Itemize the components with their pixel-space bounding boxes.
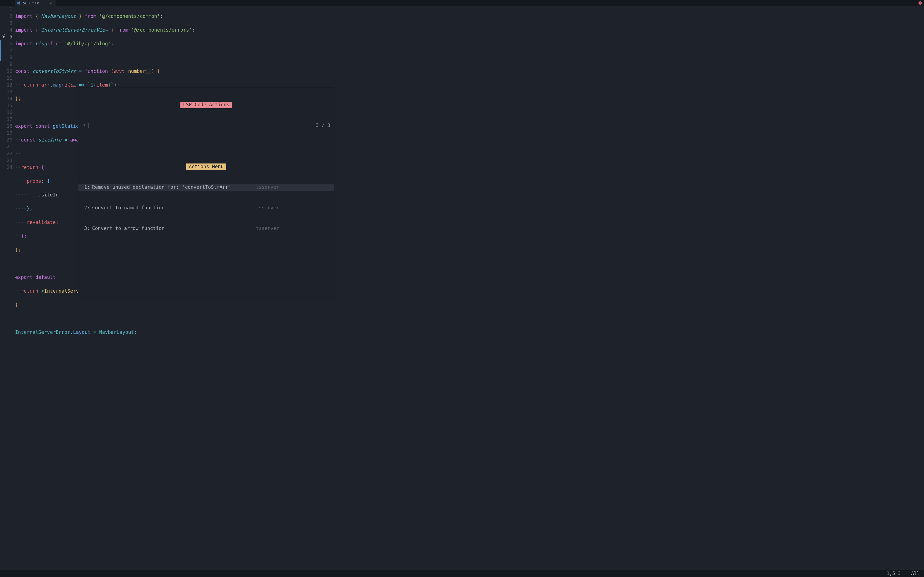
line-number: 22 [0,150,12,157]
action-number: 1: [78,184,92,191]
code-line: const·convertToStrArr·=·function·(arr:·n… [15,68,924,75]
line-number: 13 [0,89,12,95]
action-source: tsserver [256,205,334,211]
tab-index: 1 [0,0,15,6]
line-number: 24 [0,164,12,171]
line-number: 14 [0,95,12,102]
code-area[interactable]: import·{·NavbarLayout·}·from·'@/componen… [15,6,924,570]
line-number: 3 [0,20,12,27]
tab-bar-right [919,2,922,5]
code-line: InternalServerError.Layout·=·NavbarLayou… [15,329,924,336]
line-number: 7 [0,47,12,54]
tab-index-number: 1 [12,0,13,6]
action-label: Remove unused declaration for: 'convertT… [92,184,231,191]
cursor-position: 1,5-3 [887,570,901,577]
lsp-code-actions-popup: LSP Code Actions 3 / 3 Actions Menu 1: R… [78,88,334,301]
scroll-position: All [911,570,919,577]
gutter: 1 2 3 4 5 6 7 8 9 10 11 12 13 14 15 16 1… [0,6,15,570]
lightbulb-icon[interactable] [2,34,6,38]
line-number: 17 [0,116,12,123]
line-number: 23 [0,157,12,164]
line-number: 8 [0,54,12,61]
status-bar: 1,5-3 All [0,570,924,577]
line-number: 4 [0,27,12,34]
action-source: tsserver [256,225,334,232]
tab-active[interactable]: 500.tsx ✕ [15,0,55,6]
code-line: import·{·NavbarLayout·}·from·'@/componen… [15,13,924,20]
line-number: 16 [0,109,12,116]
app: 1 500.tsx ✕ 1 2 3 4 5 [0,0,924,577]
popup-counter: 3 / 3 [316,122,330,129]
action-number: 2: [78,205,92,211]
popup-menu-title: Actions Menu [186,163,226,170]
line-number: 2 [0,13,12,20]
popup-divider [78,143,334,150]
editor[interactable]: 1 2 3 4 5 6 7 8 9 10 11 12 13 14 15 16 1… [0,6,924,570]
line-number: 15 [0,102,12,109]
code-action-item[interactable]: 3: Convert to arrow function tsserver [78,225,334,232]
code-line: } [15,301,924,308]
line-number: 19 [0,130,12,137]
action-label: Convert to arrow function [92,225,165,232]
code-action-item[interactable]: 2: Convert to named function tsserver [78,205,334,211]
tab-filename: 500.tsx [23,0,39,6]
error-indicator-icon[interactable] [919,2,922,5]
popup-title-row: LSP Code Actions [78,102,334,108]
line-number: 20 [0,137,12,143]
action-label: Convert to named function [92,205,165,211]
react-icon [17,1,21,5]
line-number: 21 [0,143,12,150]
svg-point-0 [18,3,19,3]
tab-bar: 1 500.tsx ✕ [0,0,924,6]
popup-spacer [78,246,334,287]
search-cursor [89,123,89,128]
line-number: 11 [0,75,12,82]
action-source: tsserver [256,184,334,191]
code-action-item[interactable]: 1: Remove unused declaration for: 'conve… [78,184,334,191]
close-icon[interactable]: ✕ [50,0,52,6]
popup-search[interactable]: 3 / 3 [78,122,334,129]
code-line [15,315,924,322]
line-number: 18 [0,123,12,130]
line-number: 6 [0,40,12,47]
line-number: 1 [0,6,12,13]
line-number: 12 [0,82,12,89]
popup-menu-title-row: Actions Menu [78,163,334,170]
code-line: import·blog·from·'@/lib/api/blog'; [15,40,924,47]
svg-point-4 [83,124,85,126]
search-icon [82,124,86,127]
line-number: 10 [0,68,12,75]
code-line [15,54,924,61]
action-number: 3: [78,225,92,232]
popup-title: LSP Code Actions [180,102,233,108]
line-number: 9 [0,61,12,68]
code-line: import·{·InternalServerErrorView·}·from·… [15,27,924,34]
